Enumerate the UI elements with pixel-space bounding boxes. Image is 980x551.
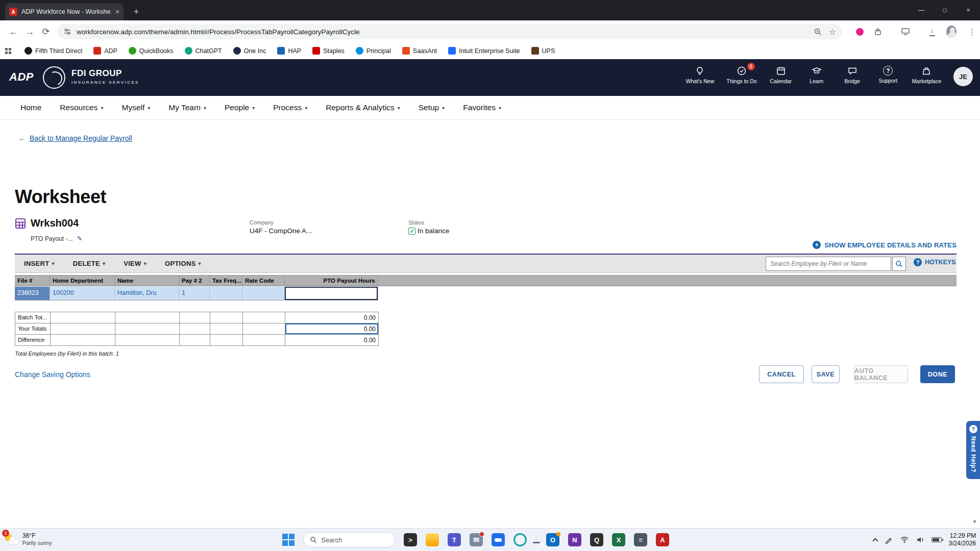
chevron-down-icon: ▾ [252,105,255,111]
auto-balance-button[interactable]: AUTO BALANCE [854,365,908,383]
url-text[interactable]: workforcenow.adp.com/theme/admin.html#/P… [77,28,808,36]
acrobat-icon[interactable] [656,533,669,546]
user-avatar[interactable]: JE [953,67,973,86]
bookmark-intuit[interactable]: Intuit Enterprise Suite [448,47,520,55]
bookmark-chatgpt[interactable]: ChatGPT [185,47,222,55]
bookmark-saasant[interactable]: SaasAnt [402,47,437,55]
downloads-icon[interactable]: ↓ [927,27,937,37]
minimize-button[interactable]: — [910,0,933,20]
url-bar[interactable]: workforcenow.adp.com/theme/admin.html#/P… [57,24,842,39]
cell-tax-frequency[interactable] [210,287,242,300]
nav-my-team[interactable]: My Team▾ [168,103,206,112]
refresh-icon[interactable]: ⟳ [40,26,52,38]
nav-setup[interactable]: Setup▾ [419,103,445,112]
back-icon[interactable]: ← [7,26,19,38]
nav-resources[interactable]: Resources▾ [60,103,103,112]
taskbar-search[interactable]: Search [303,532,395,547]
save-button[interactable]: SAVE [812,365,840,383]
wifi-icon[interactable] [900,536,909,543]
browser-tab[interactable]: ADP Workforce Now - Workshe... × [5,3,124,20]
forward-icon[interactable]: → [23,26,36,38]
cancel-button[interactable]: CANCEL [759,365,804,383]
things-to-do-button[interactable]: 8 Things to Do [726,66,757,84]
change-saving-options-link[interactable]: Change Saving Options [15,370,90,379]
insert-menu-button[interactable]: INSERT▾ [24,260,55,267]
nav-process[interactable]: Process▾ [273,103,307,112]
nav-favorites[interactable]: Favorites▾ [463,103,501,112]
cell-file-number[interactable]: 236023 [15,287,50,300]
terminal-app-icon[interactable] [404,533,417,546]
zoom-icon[interactable] [814,28,822,36]
chrome-active-app[interactable] [535,539,537,541]
employee-search-input[interactable] [766,257,891,271]
back-to-payroll-link[interactable]: ← Back to Manage Regular Payroll [18,134,132,142]
file-explorer-icon[interactable] [426,533,439,546]
extensions-puzzle-icon[interactable] [873,27,883,37]
close-window-button[interactable]: × [957,0,980,20]
battery-icon[interactable] [932,537,942,542]
bookmark-ups[interactable]: UPS [531,47,555,55]
cell-employee-name[interactable]: Hamilton, Dru [115,287,179,300]
lightbulb-icon [695,66,705,76]
hotkeys-button[interactable]: ? HOTKEYS [914,258,955,266]
onedrive-icon[interactable] [492,533,505,546]
cell-pay-number[interactable]: 1 [179,287,210,300]
profile-avatar[interactable] [946,27,957,37]
excel-icon[interactable] [612,533,625,546]
edit-pencil-icon[interactable]: ✎ [77,235,82,242]
bookmark-one-inc[interactable]: One Inc [233,47,266,55]
cell-rate-code[interactable] [242,287,285,300]
bookmark-adp[interactable]: ADP [93,47,117,55]
open-in-app-icon[interactable] [900,27,911,37]
mail-app-icon[interactable] [470,533,483,546]
employee-search-button[interactable] [892,257,906,271]
browser-menu-icon[interactable]: ⋮ [967,27,977,37]
nav-home[interactable]: Home [20,103,41,112]
bookmark-quickbooks[interactable]: QuickBooks [129,47,174,55]
whats-new-button[interactable]: What's New [686,66,715,84]
bookmark-fifth-third[interactable]: Fifth Third Direct [24,47,82,55]
teams-icon[interactable] [448,533,461,546]
chevron-down-icon: ▾ [148,105,150,111]
weather-widget[interactable]: 1 36°F Partly sunny [4,532,52,546]
support-button[interactable]: ? Support [876,66,900,84]
taskbar-clock[interactable]: 12:29 PM 3/24/2026 [949,532,976,547]
calendar-button[interactable]: Calendar [769,66,793,84]
volume-icon[interactable] [916,536,924,543]
need-help-tab[interactable]: ? Need Help? [966,421,980,479]
calculator-icon[interactable] [634,533,647,546]
extension-pink-icon[interactable] [854,27,865,37]
nav-reports-analytics[interactable]: Reports & Analytics▾ [326,103,400,112]
maximize-button[interactable]: □ [933,0,957,20]
options-menu-button[interactable]: OPTIONS▾ [165,260,201,267]
show-employee-details-link[interactable]: + SHOW EMPLOYEE DETAILS AND RATES [813,241,957,249]
bookmark-staples[interactable]: Staples [312,47,345,55]
onenote-icon[interactable] [568,533,581,546]
tab-close-icon[interactable]: × [115,8,119,16]
site-settings-icon[interactable] [63,28,71,36]
adp-logo[interactable]: ADP [9,70,34,84]
outlook-icon[interactable] [546,533,559,546]
bookmark-star-icon[interactable]: ☆ [829,27,836,37]
apps-grid-icon[interactable] [5,48,11,54]
learn-button[interactable]: Learn [805,66,828,84]
quickbooks-icon[interactable] [590,533,603,546]
column-header-name: Name [115,276,179,286]
view-menu-button[interactable]: VIEW▾ [124,260,146,267]
done-button[interactable]: DONE [920,365,955,383]
cell-pto-payout-hours-focused[interactable] [285,287,378,300]
cell-home-department[interactable]: 100200 [50,287,115,300]
new-tab-button[interactable]: + [130,5,143,18]
nav-myself[interactable]: Myself▾ [121,103,150,112]
start-button[interactable] [282,534,295,546]
tray-expand-icon[interactable] [872,538,878,543]
bookmark-principal[interactable]: Principal [356,47,391,55]
marketplace-button[interactable]: Marketplace [912,66,941,84]
pen-icon[interactable] [885,536,893,544]
delete-menu-button[interactable]: DELETE▾ [73,260,105,267]
nav-people[interactable]: People▾ [225,103,255,112]
bookmark-hap[interactable]: HAP [277,47,301,55]
sync-app-icon[interactable] [513,533,527,546]
scrollbar-down-arrow[interactable]: ▼ [970,516,979,527]
bridge-button[interactable]: Bridge [841,66,864,84]
